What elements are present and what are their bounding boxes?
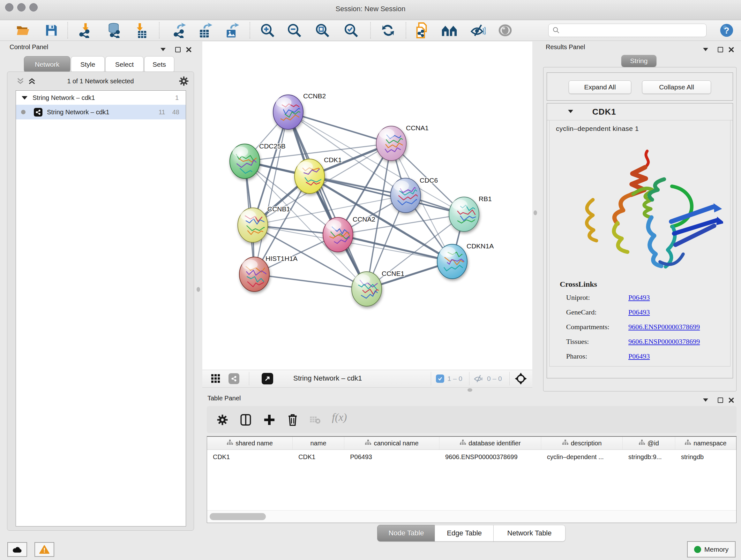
table-cell[interactable]: cyclin–dependent ... xyxy=(541,450,623,464)
crosslink-link[interactable]: P06493 xyxy=(628,294,650,302)
table-panel-close-button[interactable] xyxy=(727,396,735,404)
column-header--id[interactable]: @id xyxy=(623,437,675,449)
tab-node-table[interactable]: Node Table xyxy=(377,525,435,542)
column-header-canonical-name[interactable]: canonical name xyxy=(344,437,440,449)
left-splitter-handle[interactable] xyxy=(197,287,200,292)
tab-string[interactable]: String xyxy=(621,55,657,67)
selected-checkbox-icon[interactable] xyxy=(436,374,444,383)
table-cell[interactable]: stringdb xyxy=(675,450,736,464)
network-graph[interactable]: CCNB2CCNA1CDC25BCDK1CDC6RB1CCNB1CCNA2CDK… xyxy=(202,42,532,370)
crosslink-link[interactable]: P06493 xyxy=(628,352,650,361)
table-panel-menu-button[interactable] xyxy=(701,396,710,404)
clone-network-button[interactable] xyxy=(414,22,430,38)
expand-all-button[interactable]: Expand All xyxy=(569,80,631,94)
import-network-database-button[interactable] xyxy=(106,22,122,38)
edge-CCNB2-CCNE1[interactable] xyxy=(288,112,367,289)
help-button[interactable]: ? xyxy=(719,22,735,38)
delete-table-button[interactable] xyxy=(310,416,320,425)
table-panel-float-button[interactable] xyxy=(716,396,724,404)
control-panel-menu-button[interactable] xyxy=(159,45,167,54)
export-image-button[interactable] xyxy=(224,22,240,38)
table-cell[interactable]: stringdb:9... xyxy=(623,450,675,464)
detach-view-button[interactable] xyxy=(262,373,273,384)
tab-sets[interactable]: Sets xyxy=(144,56,174,73)
tab-style[interactable]: Style xyxy=(71,56,105,73)
results-panel-menu-button[interactable] xyxy=(701,45,710,54)
export-network-button[interactable] xyxy=(172,22,187,38)
collapse-all-button[interactable]: Collapse All xyxy=(642,80,711,94)
table-cell[interactable]: P06493 xyxy=(344,450,440,464)
network-options-gear-button[interactable] xyxy=(179,76,189,87)
menu-triangle-icon xyxy=(703,398,708,401)
fit-selected-crosshair-button[interactable] xyxy=(515,372,527,386)
save-session-button[interactable] xyxy=(44,22,59,38)
tree-expand-caret-icon[interactable] xyxy=(22,96,27,100)
results-panel-close-button[interactable] xyxy=(727,45,735,54)
right-splitter-handle[interactable] xyxy=(534,210,537,215)
show-columns-button[interactable] xyxy=(240,414,252,427)
table-row[interactable]: CDK1CDK1P064939606.ENSP00000378699cyclin… xyxy=(207,450,736,464)
cloud-status-button[interactable] xyxy=(7,542,27,557)
memory-status-button[interactable]: Memory xyxy=(687,541,736,557)
control-panel-float-button[interactable] xyxy=(174,45,182,54)
import-table-file-button[interactable] xyxy=(132,22,148,38)
horizontal-splitter-handle[interactable] xyxy=(468,388,472,392)
tab-select[interactable]: Select xyxy=(105,56,144,73)
table-cell[interactable]: CDK1 xyxy=(293,450,344,464)
network-tree-root-row[interactable]: String Network – cdk1 1 xyxy=(16,91,186,105)
node-CDK1[interactable]: CDK1 xyxy=(294,156,342,193)
crosslink-link[interactable]: 9606.ENSP00000378699 xyxy=(628,323,700,331)
table-settings-button[interactable] xyxy=(217,415,228,427)
warnings-status-button[interactable] xyxy=(35,542,54,557)
column-header-namespace[interactable]: namespace xyxy=(675,437,736,449)
export-table-button[interactable] xyxy=(197,22,213,38)
delete-column-button[interactable] xyxy=(287,414,298,428)
node-HIST1H1A[interactable]: HIST1H1A xyxy=(239,255,297,292)
network-overview-toggle[interactable] xyxy=(228,373,239,384)
collapse-caret-icon[interactable] xyxy=(568,110,573,113)
table-cell[interactable]: CDK1 xyxy=(207,450,293,464)
tab-edge-table[interactable]: Edge Table xyxy=(434,525,494,542)
crosslink-link[interactable]: P06493 xyxy=(628,308,650,316)
control-panel-close-button[interactable] xyxy=(185,45,193,54)
node-CCNA1[interactable]: CCNA1 xyxy=(376,124,428,161)
open-session-button[interactable] xyxy=(15,22,31,38)
edge-CCNB2-HIST1H1A[interactable] xyxy=(254,112,288,274)
results-panel-float-button[interactable] xyxy=(716,45,724,54)
table-horizontal-scrollbar[interactable] xyxy=(207,510,736,523)
show-all-button[interactable] xyxy=(497,22,513,38)
node-RB1[interactable]: RB1 xyxy=(449,195,492,232)
node-CDC25B[interactable]: CDC25B xyxy=(230,142,286,179)
node-CCNB2[interactable]: CCNB2 xyxy=(273,92,326,129)
zoom-out-button[interactable] xyxy=(286,22,302,38)
column-header-description[interactable]: description xyxy=(541,437,623,449)
tab-network-table[interactable]: Network Table xyxy=(493,525,565,542)
network-tree-selected-row[interactable]: String Network – cdk1 11 48 xyxy=(16,105,186,119)
import-network-file-button[interactable] xyxy=(77,22,93,38)
search-input[interactable] xyxy=(548,23,706,37)
node-CDKN1A[interactable]: CDKN1A xyxy=(437,242,494,279)
first-neighbors-button[interactable] xyxy=(441,22,457,38)
apply-layout-button[interactable] xyxy=(380,22,396,38)
function-builder-button[interactable]: f(x) xyxy=(332,411,347,423)
grid-view-icon[interactable] xyxy=(211,374,220,383)
node-CCNA2[interactable]: CCNA2 xyxy=(323,215,375,252)
network-canvas[interactable]: CCNB2CCNA1CDC25BCDK1CDC6RB1CCNB1CCNA2CDK… xyxy=(202,42,532,370)
column-header-shared-name[interactable]: shared name xyxy=(207,437,293,449)
zoom-fit-button[interactable] xyxy=(314,22,330,38)
crosslink-link[interactable]: 9606.ENSP00000378699 xyxy=(628,337,700,346)
scrollbar-thumb[interactable] xyxy=(210,513,266,520)
edge-CCNB2-CCNA1[interactable] xyxy=(288,112,391,143)
hide-selected-button[interactable] xyxy=(470,22,486,38)
zoom-in-button[interactable] xyxy=(259,22,275,38)
column-header-database-identifier[interactable]: database identifier xyxy=(440,437,541,449)
edge-HIST1H1A-CCNE1[interactable] xyxy=(254,274,367,289)
column-header-name[interactable]: name xyxy=(293,437,344,449)
edge-CCNA2-CDKN1A[interactable] xyxy=(338,235,452,261)
tab-network[interactable]: Network xyxy=(24,56,70,73)
zoom-selected-button[interactable] xyxy=(343,22,359,38)
create-column-button[interactable] xyxy=(264,414,275,427)
table-cell[interactable]: 9606.ENSP00000378699 xyxy=(440,450,541,464)
node-CCNE1[interactable]: CCNE1 xyxy=(352,270,404,306)
protein-card-header[interactable]: CDK1 xyxy=(547,104,733,120)
